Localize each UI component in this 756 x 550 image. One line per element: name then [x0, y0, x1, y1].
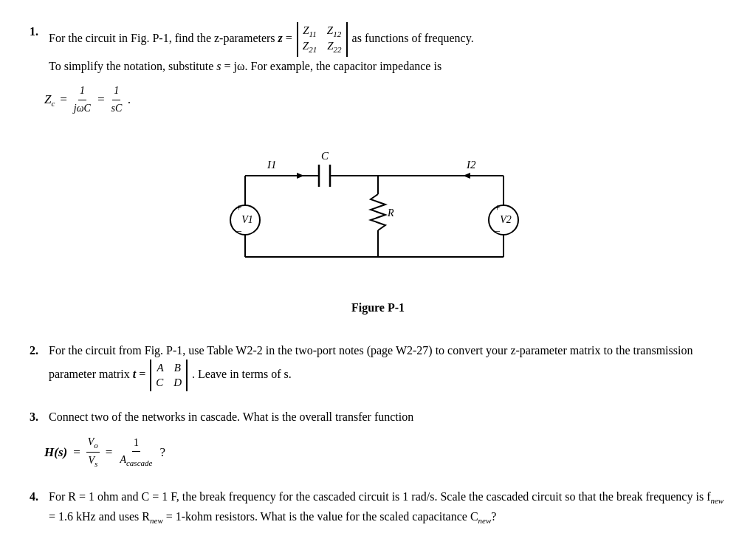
problem-2-text2: . Leave in terms of s. [192, 368, 292, 380]
problem-3-content: Connect two of the networks in cascade. … [49, 408, 726, 427]
z22: Z22 [327, 39, 341, 55]
zc-fraction2: 1 sC [109, 83, 123, 117]
problem-4-text2: = 1.6 kHz and uses R [49, 510, 150, 523]
problem-3-number: 3. [30, 408, 44, 427]
problem-1-number: 1. [30, 22, 44, 41]
problem-1-text1: For the circuit in Fig. P-1, find the z-… [49, 32, 278, 44]
eq4: = [106, 442, 113, 462]
z11: Z11 [303, 24, 317, 39]
eq2: = [97, 89, 105, 109]
fnew-sub: new [710, 490, 724, 503]
t-D: D [173, 376, 182, 391]
problem-1-text2: as functions of frequency. [352, 32, 474, 44]
problem-4-text1: For R = 1 ohm and C = 1 F, the break fre… [49, 490, 710, 503]
v2-minus: − [495, 226, 501, 237]
one-numer: 1 [132, 435, 140, 452]
z-matrix-row2: Z21 Z22 [303, 39, 342, 55]
problem-3: 3. Connect two of the networks in cascad… [30, 408, 726, 470]
zc-numer2: 1 [112, 83, 120, 100]
t-A: A [157, 361, 163, 376]
zc-formula: Zc = 1 jωC = 1 sC . [44, 83, 726, 117]
problem-2: 2. For the circuit from Fig. P-1, use Ta… [30, 341, 726, 392]
problem-4-text3: = 1-kohm resistors. What is the value fo… [163, 510, 478, 523]
problem-1: 1. For the circuit in Fig. P-1, find the… [30, 22, 726, 325]
circuit-svg: V1 + − R V2 + − I1 I2 [201, 131, 555, 294]
v2-plus: + [495, 202, 500, 213]
r-label: R [387, 207, 394, 219]
s-italic: s [216, 60, 221, 72]
eq3: = [73, 442, 80, 462]
problem-1-content: For the circuit in Fig. P-1, find the z-… [49, 22, 726, 75]
v2-label: V2 [500, 214, 512, 225]
z12: Z12 [327, 24, 341, 39]
problem-4-content: For R = 1 ohm and C = 1 F, the break fre… [49, 487, 726, 529]
i1-label: I1 [267, 159, 277, 171]
figure-caption: Figure P-1 [351, 298, 405, 317]
i2-arrow [463, 173, 470, 179]
circuit-diagram: V1 + − R V2 + − I1 I2 [30, 131, 726, 325]
zc-denom2: sC [109, 100, 123, 117]
problem-3-text1: Connect two of the networks in cascade. … [49, 410, 413, 423]
v1-label: V1 [241, 214, 253, 225]
zc-fraction1: 1 jωC [72, 83, 92, 117]
v1-minus: − [236, 226, 242, 237]
Cnew-sub: new [478, 510, 492, 523]
problem-2-number: 2. [30, 341, 44, 360]
problem-2-content: For the circuit from Fig. P-1, use Table… [49, 341, 726, 392]
i1-arrow [297, 173, 304, 179]
t-matrix: A B C D [150, 360, 188, 391]
i2-label: I2 [466, 159, 476, 171]
problem-1-text3: To simplify the notation, substitute [49, 60, 216, 72]
z-matrix-row1: Z11 Z12 [303, 24, 341, 39]
transfer-fn: H(s) = Vo Vs = 1 Acascade ? [44, 434, 726, 471]
z21: Z21 [303, 39, 317, 55]
Rnew-sub: new [150, 510, 163, 523]
problem-1-text4: = jω. For example, the capacitor impedan… [224, 60, 442, 72]
eq1: = [59, 89, 67, 109]
Vo-over-Vs: Vo Vs [86, 434, 100, 471]
z-bold: z [278, 32, 283, 44]
zc-denom1: jωC [72, 100, 92, 117]
H-label: H(s) [44, 442, 67, 462]
t-B: B [174, 361, 181, 376]
v1-plus: + [236, 202, 241, 213]
c-label: C [321, 150, 329, 162]
period1: . [128, 89, 131, 109]
problem-4: 4. For R = 1 ohm and C = 1 F, the break … [30, 487, 726, 529]
problem-4-number: 4. [30, 487, 44, 506]
zc-label: Zc [44, 89, 55, 111]
t-matrix-row1: A B [157, 361, 180, 376]
Vo-numer: Vo [86, 434, 100, 453]
one-over-Acascade: 1 Acascade [118, 435, 154, 470]
question-mark: ? [159, 442, 165, 462]
t-matrix-row2: C D [156, 376, 182, 391]
eq-sign2: = [139, 368, 148, 380]
zc-numer1: 1 [78, 83, 86, 100]
equals-sign: = [286, 32, 295, 44]
Acascade-denom: Acascade [118, 452, 154, 470]
Vs-denom: Vs [86, 453, 99, 470]
t-C: C [156, 376, 163, 391]
z-matrix: Z11 Z12 Z21 Z22 [297, 22, 348, 57]
t-bold: t [133, 368, 136, 380]
problem-4-text4: ? [491, 510, 496, 523]
